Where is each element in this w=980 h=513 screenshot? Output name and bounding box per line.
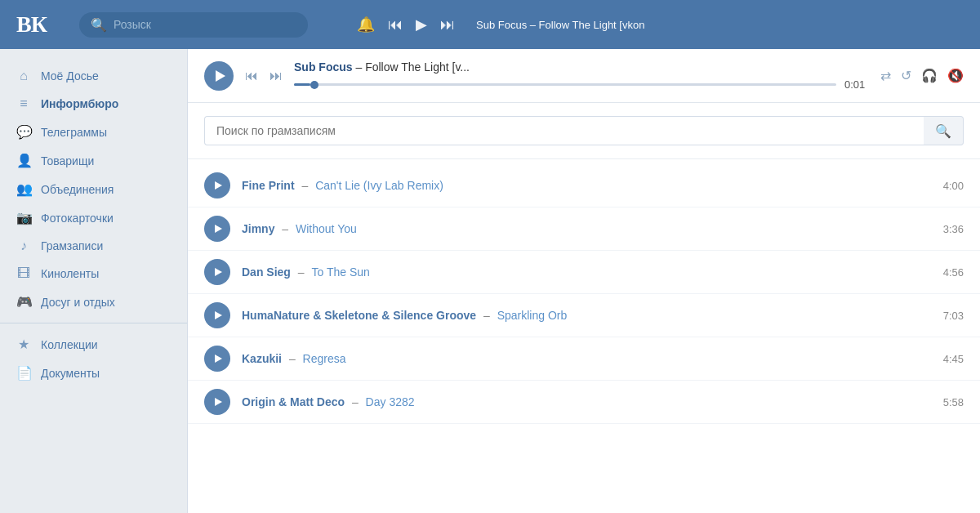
- track-item: Fine Print – Can't Lie (Ivy Lab Remix) 4…: [188, 164, 980, 207]
- photos-icon: 📷: [16, 210, 31, 225]
- sidebar-item-collections[interactable]: ★ Коллекции: [0, 330, 187, 359]
- progress-dot: [310, 81, 318, 89]
- track-info: Dan Sieg – To The Sun: [242, 265, 924, 279]
- volume-icon[interactable]: 🔇: [947, 68, 964, 83]
- sidebar-label-groups: Объединения: [41, 183, 114, 196]
- docs-icon: 📄: [16, 365, 31, 381]
- player-play-button[interactable]: [204, 61, 234, 91]
- search-input[interactable]: [114, 18, 296, 31]
- sidebar-label-video: Киноленты: [41, 267, 99, 280]
- sidebar-label-friends: Товарищи: [41, 154, 94, 167]
- fast-forward-icon[interactable]: ⏭: [440, 16, 455, 33]
- track-info: Origin & Matt Deco – Day 3282: [242, 395, 924, 408]
- player-controls-right: ⇄ ↺ 🎧 🔇: [880, 68, 964, 83]
- track-play-button[interactable]: [204, 346, 230, 372]
- sidebar-item-groups[interactable]: 👥 Объединения: [0, 175, 187, 203]
- sidebar-label-collections: Коллекции: [41, 338, 98, 351]
- sidebar-label-games: Досуг и отдых: [41, 296, 115, 309]
- track-item: HumaNature & Skeletone & Silence Groove …: [188, 294, 980, 337]
- time-display: 0:01: [844, 78, 869, 91]
- messages-icon: 💬: [16, 124, 31, 140]
- sidebar-item-music[interactable]: ♪ Грамзаписи: [0, 232, 187, 260]
- track-play-button[interactable]: [204, 302, 230, 328]
- track-artist: Fine Print: [242, 179, 295, 192]
- shuffle-icon[interactable]: ⇄: [880, 68, 891, 83]
- track-duration: 4:00: [935, 180, 964, 192]
- sidebar-item-photos[interactable]: 📷 Фотокарточки: [0, 203, 187, 232]
- sidebar-item-my-profile[interactable]: ⌂ Моё Досье: [0, 62, 187, 90]
- track-duration: 7:03: [935, 310, 964, 322]
- track-item: Kazukii – Regresa 4:45: [188, 337, 980, 381]
- player-song-title: Follow The Light [v...: [365, 60, 470, 74]
- track-duration: 4:45: [935, 353, 964, 365]
- progress-bar[interactable]: [294, 83, 836, 86]
- player-bar: ⏮ ⏭ Sub Focus – Follow The Light [v... 0…: [188, 49, 980, 103]
- track-play-triangle-icon: [215, 311, 222, 319]
- progress-fill: [294, 83, 310, 86]
- sidebar-item-news[interactable]: ≡ Информбюро: [0, 90, 187, 118]
- player-title: Sub Focus – Follow The Light [v...: [294, 60, 869, 74]
- music-icon: ♪: [16, 239, 31, 253]
- music-search-button[interactable]: 🔍: [924, 116, 964, 145]
- track-play-triangle-icon: [215, 355, 222, 363]
- sidebar-divider: [0, 323, 187, 323]
- sidebar-label-messages: Телеграммы: [41, 126, 107, 139]
- nav-icons: 🔔 ⏮ ▶ ⏭ Sub Focus – Follow The Light [vk…: [357, 16, 644, 33]
- track-duration: 3:36: [935, 223, 964, 235]
- track-title: Day 3282: [366, 395, 415, 408]
- track-play-triangle-icon: [215, 181, 222, 190]
- track-title: To The Sun: [311, 265, 369, 279]
- track-item: Origin & Matt Deco – Day 3282 5:58: [188, 381, 980, 424]
- sidebar: ⌂ Моё Досье ≡ Информбюро 💬 Телеграммы 👤 …: [0, 49, 188, 513]
- sidebar-item-docs[interactable]: 📄 Документы: [0, 359, 187, 387]
- sidebar-item-friends[interactable]: 👤 Товарищи: [0, 146, 187, 175]
- sidebar-label-docs: Документы: [41, 367, 100, 380]
- track-play-button[interactable]: [204, 259, 230, 285]
- games-icon: 🎮: [16, 294, 31, 310]
- news-icon: ≡: [16, 96, 31, 111]
- track-separator: –: [282, 222, 292, 235]
- track-play-button[interactable]: [204, 216, 230, 242]
- track-info: Jimny – Without You: [242, 222, 924, 235]
- track-artist: Jimny: [242, 222, 274, 235]
- track-duration: 4:56: [935, 266, 964, 279]
- search-bar[interactable]: 🔍: [79, 12, 308, 38]
- sidebar-label-photos: Фотокарточки: [41, 212, 114, 225]
- track-title: Without You: [296, 222, 357, 235]
- track-info: Fine Print – Can't Lie (Ivy Lab Remix): [242, 179, 924, 192]
- collections-icon: ★: [16, 337, 31, 352]
- rewind-icon[interactable]: ⏮: [388, 16, 403, 33]
- sidebar-item-games[interactable]: 🎮 Досуг и отдых: [0, 288, 187, 316]
- headphones-icon[interactable]: 🎧: [921, 68, 938, 83]
- sidebar-item-messages[interactable]: 💬 Телеграммы: [0, 118, 187, 146]
- track-separator: –: [289, 352, 299, 365]
- player-progress-row: 0:01: [294, 78, 869, 91]
- track-play-button[interactable]: [204, 389, 230, 415]
- sidebar-label-music: Грамзаписи: [41, 239, 103, 252]
- track-separator: –: [483, 309, 493, 322]
- track-artist: Origin & Matt Deco: [242, 395, 345, 408]
- music-search-input[interactable]: [204, 116, 924, 145]
- play-icon[interactable]: ▶: [416, 16, 427, 33]
- track-play-button[interactable]: [204, 172, 230, 199]
- repeat-icon[interactable]: ↺: [901, 68, 911, 83]
- sidebar-item-video[interactable]: 🎞 Киноленты: [0, 260, 187, 288]
- video-icon: 🎞: [16, 266, 31, 281]
- player-artist: Sub Focus: [294, 60, 353, 74]
- track-title: Sparkling Orb: [497, 309, 568, 322]
- groups-icon: 👥: [16, 181, 31, 197]
- nav-player-track: Sub Focus – Follow The Light [vkon: [476, 19, 644, 31]
- player-sep: –: [355, 60, 365, 74]
- track-title: Can't Lie (Ivy Lab Remix): [315, 179, 443, 192]
- notification-icon[interactable]: 🔔: [357, 16, 375, 33]
- track-info: Kazukii – Regresa: [242, 352, 924, 365]
- player-prev-button[interactable]: ⏮: [245, 69, 258, 83]
- player-next-button[interactable]: ⏭: [270, 69, 283, 83]
- sidebar-label-news: Информбюро: [41, 97, 118, 110]
- play-triangle-icon: [216, 70, 225, 82]
- home-icon: ⌂: [16, 69, 31, 83]
- search-icon: 🔍: [91, 17, 107, 33]
- player-track-info: Sub Focus – Follow The Light [v... 0:01: [294, 60, 869, 91]
- track-artist: Kazukii: [242, 352, 282, 365]
- sidebar-label-my-profile: Моё Досье: [41, 69, 99, 83]
